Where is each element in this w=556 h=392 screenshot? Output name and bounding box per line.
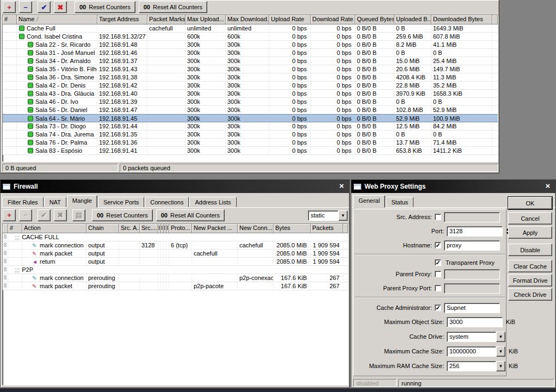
chevron-down-icon[interactable]: ▼ [496, 346, 505, 357]
chevron-down-icon[interactable]: ▼ [496, 361, 505, 371]
transparent-proxy-checkbox[interactable]: ✓ [435, 259, 441, 266]
rule-drag-handle[interactable]: 8 [3, 258, 8, 265]
queue-row[interactable]: Sala 36 - Dra. Simone192.168.91.38300k30… [3, 73, 498, 82]
column-header-bytes[interactable]: Bytes [274, 224, 311, 233]
max-object-size-input[interactable] [447, 317, 503, 327]
reset-counters-button[interactable]: 00 Reset Counters [92, 209, 153, 221]
cache-administrator-checkbox[interactable]: ✓ [435, 304, 441, 311]
rule-drag-handle[interactable]: 8 [3, 250, 8, 257]
column-header-packets[interactable]: Packets [311, 224, 343, 233]
reset-all-counters-button[interactable]: 00 Reset All Counters [139, 1, 207, 13]
column-header-target-address[interactable]: Target Address [97, 15, 147, 24]
enable-button[interactable]: ✔ [38, 1, 51, 13]
parent-proxy-checkbox[interactable] [435, 271, 441, 277]
rule-filter-dropdown[interactable]: static ▼ [308, 210, 348, 221]
firewall-row[interactable]: 8✎mark packetpreroutingp2p-pacote167.6 K… [3, 282, 348, 290]
queue-row[interactable]: Sala 83 - Espósio192.168.91.41300k300k0 … [3, 147, 498, 155]
queue-row[interactable]: Sala 22 - Sr. Ricardo192.168.91.48300k30… [3, 41, 498, 49]
queue-row[interactable]: Sala 46 - Dr. Ivo192.168.91.39300k300k0 … [3, 98, 498, 106]
column-header-new-packet-[interactable]: New Packet ... [192, 224, 238, 233]
disable-button[interactable]: ✖ [54, 1, 67, 13]
rule-drag-handle[interactable]: 8 [3, 233, 8, 241]
queue-row[interactable]: Sala 34 - Dr. Arnaldo192.168.91.37300k30… [3, 57, 498, 65]
disable-button[interactable]: Disable [508, 244, 552, 256]
column-header-queued-bytes[interactable]: Queued Bytes [355, 15, 394, 24]
firewall-titlebar[interactable]: Firewall × [1, 180, 349, 193]
column-header-new-conn-[interactable]: New Conn... [238, 224, 274, 233]
column-header-name[interactable]: Name/ [17, 15, 97, 24]
parent-proxy-port-checkbox[interactable] [435, 285, 441, 291]
tab-service-ports[interactable]: Service Ports [98, 197, 144, 208]
comment-button[interactable]: ▤ [72, 209, 85, 221]
clear-cache-button[interactable]: Clear Cache [508, 260, 552, 272]
queue-row[interactable]: Sala 64 - Sr. Mário192.168.91.45300k300k… [3, 114, 498, 122]
queue-row[interactable]: Sala 74 - Dra. Jurema192.168.91.35300k30… [3, 130, 498, 139]
parent-proxy-port-input[interactable] [444, 283, 500, 294]
add-button[interactable]: + [3, 1, 16, 13]
proxy-titlebar[interactable]: Web Proxy Settings × [351, 180, 555, 193]
tab-filter-rules[interactable]: Filter Rules [2, 197, 44, 208]
column-header--[interactable]: # [3, 15, 17, 24]
remove-button[interactable]: − [19, 209, 32, 221]
firewall-row[interactable]: 8✎mark connectionoutput31286 (tcp)cachef… [3, 241, 348, 250]
rule-drag-handle[interactable]: 8 [3, 274, 8, 282]
remove-button[interactable]: − [19, 1, 32, 13]
max-ram-cache-size-dropdown[interactable]: 256 ▼ [447, 361, 505, 371]
column-header-max-download-[interactable]: Max Download... [226, 15, 269, 24]
cancel-button[interactable]: Cancel [508, 212, 552, 225]
firewall-row[interactable]: 8;;;P2P [3, 266, 348, 274]
max-cache-size-dropdown[interactable]: 10000000 ▼ [447, 346, 505, 357]
rule-drag-handle[interactable]: 8 [3, 282, 8, 290]
tab-nat[interactable]: NAT [44, 197, 66, 208]
queue-row[interactable]: Sala 43 - Dra. Gláucia192.168.91.40300k3… [3, 90, 498, 98]
format-drive-button[interactable]: Format Drive [508, 274, 552, 287]
firewall-row[interactable]: 8;;;CACHE FULL [3, 233, 348, 241]
column-header--[interactable]: # [8, 224, 22, 233]
chevron-down-icon[interactable]: ▼ [496, 332, 505, 342]
queue-row[interactable]: Sala 31 - José Manuel192.168.91.46300k30… [3, 49, 498, 57]
queue-row[interactable]: Sala 56 - Dr. Daniel192.168.91.47300k300… [3, 106, 498, 114]
parent-proxy-input[interactable] [444, 269, 500, 279]
queue-row[interactable]: Sala 35 - Vitório B. Filho192.168.91.433… [3, 65, 498, 73]
chevron-down-icon[interactable]: ▼ [338, 210, 348, 221]
column-header-src-[interactable]: Src.... [140, 224, 158, 233]
firewall-row[interactable]: 8◄returnoutput2085.0 MiB1 909 594 [3, 258, 348, 266]
queue-row[interactable]: Cache Fullcachefullunlimitedunlimited0 b… [3, 24, 498, 33]
close-icon[interactable]: × [336, 182, 347, 191]
column-header-upload-rate[interactable]: Upload Rate [269, 15, 311, 24]
firewall-row[interactable]: 8✎mark connectionpreroutingp2p-conexao16… [3, 274, 348, 282]
column-header-uploaded-b-[interactable]: Uploaded B... [394, 15, 431, 24]
cache-drive-dropdown[interactable]: system ▼ [447, 332, 505, 342]
src-address-checkbox[interactable] [435, 214, 441, 220]
column-header-action[interactable]: Action [22, 224, 87, 233]
tab-status[interactable]: Status [386, 197, 413, 208]
rule-drag-handle[interactable]: 8 [3, 241, 8, 249]
column-header-packet-marks[interactable]: Packet Marks [147, 15, 186, 24]
column-header-download-rate[interactable]: Download Rate [311, 15, 355, 24]
firewall-row[interactable]: 8✎mark packetoutputcachefull2085.0 MiB1 … [3, 250, 348, 258]
tab-general[interactable]: General [353, 195, 385, 208]
hostname-checkbox[interactable]: ✓ [435, 242, 441, 248]
ok-button[interactable]: OK [508, 197, 552, 209]
queue-row[interactable]: Sala 73 - Dr. Diogo192.168.91.44300k300k… [3, 122, 498, 130]
disable-button[interactable]: ✖ [54, 209, 67, 221]
reset-counters-button[interactable]: 00 Reset Counters [75, 1, 135, 13]
check-drive-button[interactable]: Check Drive [508, 288, 552, 301]
tab-connections[interactable]: Connections [145, 197, 189, 208]
apply-button[interactable]: Apply [508, 226, 552, 239]
column-header-proto-[interactable]: Proto... [169, 224, 192, 233]
tab-mangle[interactable]: Mangle [67, 195, 97, 208]
reset-all-counters-button[interactable]: 00 Reset All Counters [156, 209, 225, 221]
queue-row[interactable]: Cond. Isabel Cristina192.168.91.32/27600… [3, 33, 498, 41]
hostname-input[interactable] [444, 240, 500, 251]
queue-row[interactable]: Sala 42 - Dr. Denis192.168.91.42300k300k… [3, 82, 498, 90]
enable-button[interactable]: ✔ [38, 209, 51, 221]
column-header-chain[interactable]: Chain [87, 224, 119, 233]
column-header-src-a-[interactable]: Src. A... [119, 224, 140, 233]
add-button[interactable]: + [3, 209, 16, 221]
queue-row[interactable]: Sala 76 - Dr. Palma192.168.91.36300k300k… [3, 139, 498, 147]
close-icon[interactable]: × [542, 182, 553, 191]
tab-address-lists[interactable]: Address Lists [189, 197, 236, 208]
column-header-max-upload-[interactable]: Max Upload... [186, 15, 226, 24]
port-input[interactable] [447, 226, 503, 237]
